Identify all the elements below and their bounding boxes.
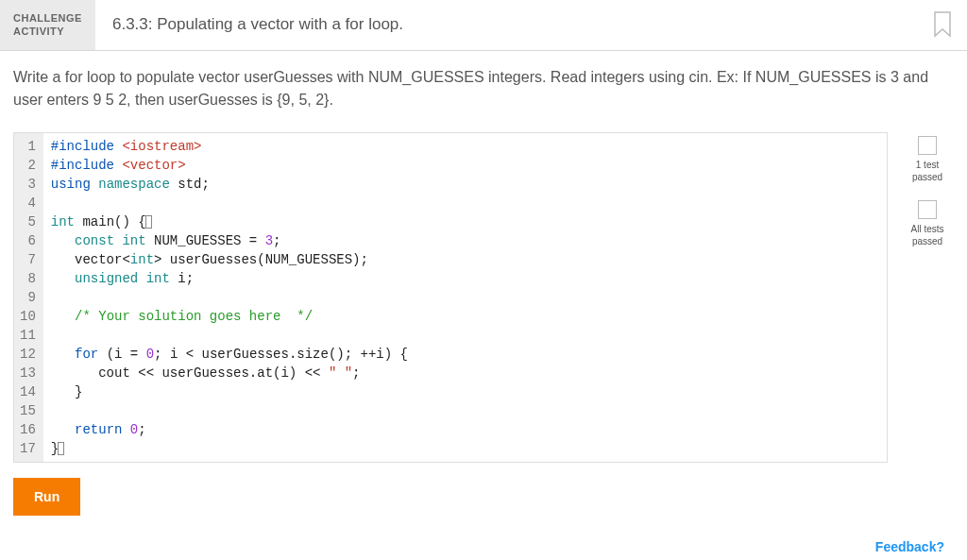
feedback-link[interactable]: Feedback? (875, 539, 944, 554)
line-number-gutter: 1234567891011121314151617 (14, 133, 43, 462)
activity-title: 6.3.3: Populating a vector with a for lo… (95, 0, 918, 50)
checkbox-icon (918, 136, 937, 155)
checkbox-icon (918, 200, 937, 219)
challenge-label-line1: CHALLENGE (13, 11, 82, 25)
status-one-test-label: 1 test passed (901, 159, 954, 183)
run-bar: Run (0, 463, 967, 531)
run-button[interactable]: Run (13, 478, 80, 516)
status-all-tests-label: All tests passed (901, 223, 954, 247)
feedback-row: Feedback? (0, 531, 967, 560)
main-area: 1234567891011121314151617 #include <iost… (0, 132, 967, 463)
code-content[interactable]: #include <iostream>#include <vector>usin… (43, 133, 887, 462)
instructions-text: Write a for loop to populate vector user… (0, 51, 967, 132)
status-all-tests: All tests passed (901, 200, 954, 247)
challenge-label-line2: ACTIVITY (13, 25, 82, 38)
challenge-activity-badge: CHALLENGE ACTIVITY (0, 0, 95, 50)
test-status-column: 1 test passed All tests passed (901, 132, 954, 463)
header-bar: CHALLENGE ACTIVITY 6.3.3: Populating a v… (0, 0, 967, 51)
code-editor[interactable]: 1234567891011121314151617 #include <iost… (14, 133, 887, 462)
bookmark-icon[interactable] (918, 0, 967, 50)
status-one-test: 1 test passed (901, 136, 954, 183)
code-editor-container: 1234567891011121314151617 #include <iost… (13, 132, 888, 463)
